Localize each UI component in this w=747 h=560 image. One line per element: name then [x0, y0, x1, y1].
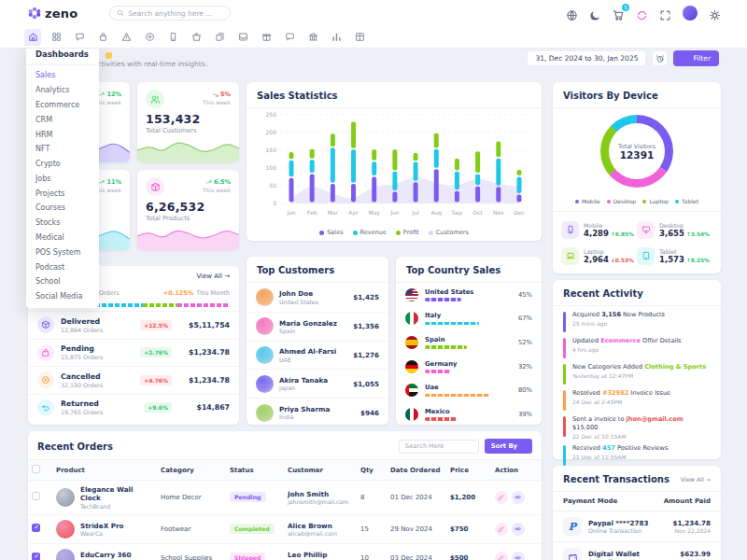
status-badge: Pending [230, 492, 266, 502]
nav-icon-lock[interactable] [94, 29, 111, 46]
dropdown-item-analytics[interactable]: Analytics [26, 83, 99, 98]
svg-text:Jan: Jan [286, 209, 295, 217]
nav-icon-mobile[interactable] [164, 29, 181, 46]
edit-button[interactable] [495, 491, 508, 504]
dropdown-item-stocks[interactable]: Stocks [26, 216, 99, 231]
nav-icon-pages[interactable] [211, 29, 228, 46]
search-input[interactable] [128, 9, 223, 18]
country-row-ae: Uae80% [396, 378, 542, 402]
language-icon[interactable] [566, 7, 578, 20]
legend-item-profit[interactable]: Profit [396, 229, 419, 236]
view-button[interactable] [512, 523, 525, 536]
dropdown-item-medical[interactable]: Medical [26, 231, 99, 245]
recent-orders-title: Recent Orders [37, 441, 113, 452]
orders-view-all-link[interactable]: View All → [196, 273, 230, 280]
transaction-row: PPaypal ****2783Online Transaction$1,234… [553, 511, 721, 542]
device-legend-desktop[interactable]: Desktop [607, 198, 637, 204]
flag-icon-es [405, 336, 418, 349]
sort-by-button[interactable]: Sort By [485, 439, 532, 454]
dropdown-item-crm[interactable]: CRM [26, 112, 99, 127]
dropdown-item-nft[interactable]: NFT [26, 142, 99, 157]
dropdown-item-projects[interactable]: Projects [26, 186, 99, 201]
date-range-input[interactable]: 31, Dec 2024 to 30, Jan 2025 [527, 50, 646, 66]
column-header-customer: Customer [284, 460, 357, 481]
nav-icon-inbox[interactable] [234, 29, 251, 46]
flag-icon-mx [405, 408, 418, 421]
dropdown-item-sales[interactable]: Sales [26, 68, 99, 83]
svg-text:100: 100 [266, 164, 277, 171]
country-row-it: Italy67% [396, 307, 542, 331]
product-image [56, 488, 75, 507]
customer-row: Maria GonzalezSpain$1,356 [247, 312, 388, 341]
dropdown-item-school[interactable]: School [26, 274, 99, 289]
orders-search-input[interactable] [405, 442, 472, 450]
nav-icon-home[interactable] [24, 29, 41, 46]
device-legend-tablet[interactable]: Tablet [675, 198, 698, 204]
dropdown-item-hrm[interactable]: HRM [26, 127, 99, 142]
legend-item-customers[interactable]: Customers [429, 229, 469, 236]
dropdown-item-social-media[interactable]: Social Media [26, 289, 99, 304]
recent-orders-card: Recent Orders Sort By ProductCategorySta… [28, 431, 542, 560]
svg-text:Aug: Aug [430, 209, 442, 217]
row-checkbox[interactable] [32, 492, 40, 500]
global-search[interactable] [109, 6, 231, 21]
dropdown-item-ecommerce[interactable]: Ecommerce [26, 98, 99, 113]
status-badge: Shipped [230, 553, 265, 560]
recent-activity-card: Recent Activity Acquired 3,156 New Produ… [553, 280, 721, 459]
nav-icon-tables[interactable] [351, 29, 368, 46]
orders-search[interactable] [399, 440, 479, 454]
visitors-title: Visitors By Device [553, 82, 721, 108]
device-legend-laptop[interactable]: Laptop [642, 198, 669, 204]
top-country-sales-title: Top Country Sales [396, 257, 542, 283]
dropdown-item-pos-system[interactable]: POS System [26, 245, 99, 259]
nav-icon-widgets[interactable] [141, 29, 158, 46]
fullscreen-icon[interactable] [659, 7, 671, 20]
nav-icon-charts[interactable] [328, 29, 345, 46]
dropdown-item-podcast[interactable]: Podcast [26, 259, 99, 274]
column-header-category: Category [157, 460, 226, 481]
nav-icon-analytics[interactable] [48, 29, 64, 46]
sales-statistics-card: Sales Statistics 050100150200250JanFebMa… [247, 82, 542, 241]
orders-bar-segment [95, 303, 144, 307]
flag-icon-ae [405, 384, 418, 397]
orders-row-cancelled: Cancelled32,190 Orders+4.76%$1,234.78 [28, 366, 239, 394]
sales-chart-legend: SalesRevenueProfitCustomers [247, 229, 542, 236]
column-header-status: Status [226, 460, 284, 481]
edit-button[interactable] [495, 552, 508, 560]
select-all-checkbox[interactable] [32, 465, 40, 473]
filter-button[interactable]: Filter [673, 50, 719, 66]
total-visitors-label: Total Visitors [618, 143, 655, 149]
customer-row: John DoeUnited States$1,425 [247, 283, 388, 312]
row-checkbox[interactable] [32, 553, 40, 560]
customer-row: Ahmed Al-FarsiUAE$1,276 [247, 341, 388, 370]
cart-icon[interactable]: 5 [613, 7, 625, 20]
nav-icon-shop[interactable] [188, 29, 204, 46]
view-button[interactable] [512, 491, 525, 504]
dropdown-item-courses[interactable]: Courses [26, 201, 99, 216]
moon-icon[interactable] [589, 7, 601, 20]
nav-icon-chat[interactable] [71, 29, 88, 46]
svg-text:150: 150 [266, 147, 277, 153]
legend-item-revenue[interactable]: Revenue [353, 229, 387, 236]
row-checkbox[interactable] [32, 524, 40, 532]
nav-icon-comments[interactable] [281, 29, 298, 46]
user-avatar[interactable] [683, 6, 698, 21]
nav-icon-bank[interactable] [304, 29, 321, 46]
flag-icon-us [405, 288, 418, 301]
dropdown-item-jobs[interactable]: Jobs [26, 171, 99, 186]
refresh-icon[interactable] [636, 7, 648, 20]
transactions-view-all-link[interactable]: View All → [681, 476, 711, 483]
legend-item-sales[interactable]: Sales [319, 229, 343, 236]
nav-icon-gift[interactable] [258, 29, 275, 46]
device-legend-mobile[interactable]: Mobile [575, 198, 600, 204]
clock-button[interactable] [652, 50, 668, 66]
dropdown-item-crypto[interactable]: Crypto [26, 157, 99, 172]
nav-icon-error[interactable] [118, 29, 134, 46]
customer-row: Akira TanakaJapan$1,055 [247, 369, 388, 398]
edit-button[interactable] [495, 523, 508, 536]
country-row-us: United States45% [396, 283, 542, 307]
users-icon [146, 90, 164, 108]
settings-icon[interactable] [709, 7, 721, 20]
page-header-actions: 31, Dec 2024 to 30, Jan 2025 Filter [527, 50, 719, 66]
view-button[interactable] [512, 552, 525, 560]
